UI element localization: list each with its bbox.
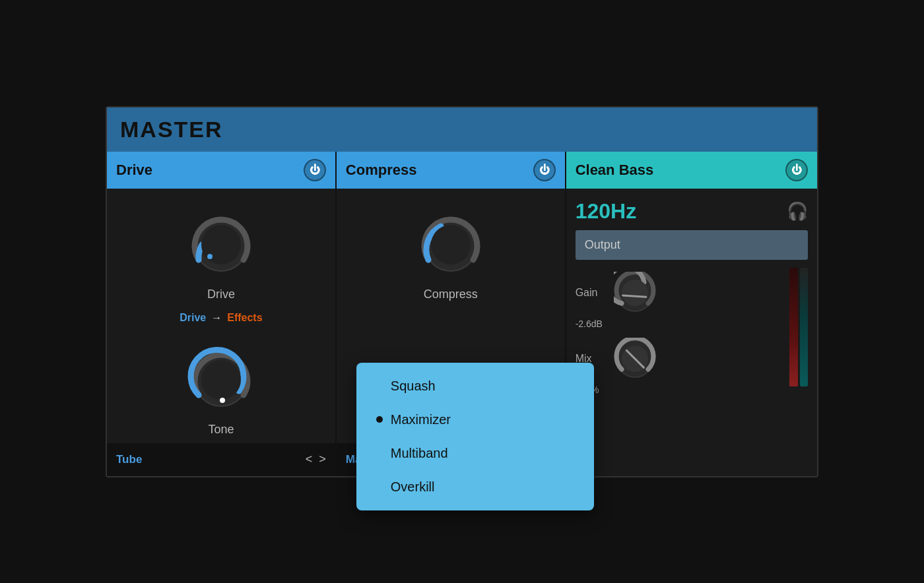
clean-bass-power-button[interactable]: ⏻ <box>785 159 808 181</box>
svg-point-9 <box>622 280 648 306</box>
gain-knob[interactable] <box>614 272 656 314</box>
drive-knob-label: Drive <box>207 288 235 301</box>
drive-effects-row: Drive → Effects <box>107 308 335 337</box>
tone-knob-area: Tone <box>107 337 335 443</box>
drive-title: Drive <box>116 162 152 179</box>
drive-knob[interactable] <box>185 208 257 281</box>
drive-footer-label: Tube <box>116 453 142 466</box>
svg-point-7 <box>431 225 471 264</box>
gain-row: Gain <box>576 268 781 318</box>
clean-bass-panel: Clean Bass ⏻ 120Hz 🎧 Output <box>566 152 817 476</box>
dropdown-item-overkill[interactable]: Overkill <box>356 470 594 504</box>
drive-nav-left[interactable]: < <box>306 452 313 466</box>
gain-value: -2.6dB <box>576 319 603 329</box>
tone-knob-label: Tone <box>208 423 234 437</box>
drive-arrow: → <box>211 312 222 324</box>
drive-nav-right[interactable]: > <box>319 452 326 466</box>
plugin-container: MASTER Drive ⏻ <box>106 106 818 477</box>
effects-link[interactable]: Effects <box>227 312 262 324</box>
squash-label: Squash <box>391 379 436 394</box>
headphone-icon[interactable]: 🎧 <box>787 201 808 222</box>
clean-bass-content: 120Hz 🎧 Output <box>566 189 817 406</box>
compress-knob[interactable] <box>414 208 487 281</box>
drive-power-button[interactable]: ⏻ <box>304 159 326 181</box>
multiband-label: Multiband <box>391 446 448 461</box>
vu-bar-2 <box>800 268 808 386</box>
compress-header: Compress ⏻ <box>337 152 565 189</box>
drive-link[interactable]: Drive <box>180 312 206 324</box>
mix-value-row: 100% <box>576 384 781 400</box>
clean-bass-title: Clean Bass <box>576 162 654 179</box>
dropdown-item-maximizer[interactable]: Maximizer <box>356 403 594 437</box>
compress-panel: Compress ⏻ <box>337 152 566 476</box>
drive-knob-area: Drive <box>107 189 335 308</box>
clean-bass-header: Clean Bass ⏻ <box>566 152 817 189</box>
compress-dropdown[interactable]: Squash Maximizer Multiband Overkill <box>356 363 594 510</box>
svg-point-5 <box>220 398 225 403</box>
maximizer-bullet <box>376 416 383 423</box>
freq-value: 120Hz <box>576 199 637 224</box>
compress-knob-label: Compress <box>424 288 478 301</box>
mix-knob[interactable] <box>614 338 656 380</box>
dropdown-item-multiband[interactable]: Multiband <box>356 437 594 470</box>
svg-point-2 <box>207 254 213 259</box>
master-header: MASTER <box>107 107 817 152</box>
compress-knob-area: Compress <box>337 189 565 308</box>
compress-title: Compress <box>346 162 417 179</box>
output-label: Output <box>585 238 620 251</box>
drive-header: Drive ⏻ <box>107 152 335 189</box>
clean-bass-power-icon: ⏻ <box>791 165 802 175</box>
svg-point-1 <box>201 225 241 264</box>
overkill-label: Overkill <box>391 479 435 495</box>
gain-mix-section: Gain -2.6dB Mix <box>576 268 808 400</box>
drive-footer: Tube < > <box>107 443 335 476</box>
compress-power-button[interactable]: ⏻ <box>533 159 556 181</box>
gain-value-row: -2.6dB <box>576 318 781 334</box>
drive-power-icon: ⏻ <box>310 165 320 175</box>
master-title: MASTER <box>120 117 223 142</box>
maximizer-label: Maximizer <box>391 412 451 427</box>
drive-panel: Drive ⏻ <box>107 152 337 476</box>
drive-nav-arrows: < > <box>306 452 326 466</box>
mix-row: Mix <box>576 334 781 384</box>
compress-power-icon: ⏻ <box>539 165 550 175</box>
dropdown-item-squash[interactable]: Squash <box>356 369 594 403</box>
tone-knob[interactable] <box>185 344 257 416</box>
vu-bar-1 <box>789 268 798 386</box>
gain-label: Gain <box>576 287 609 299</box>
output-bar: Output <box>576 230 808 260</box>
panels-row: Drive ⏻ <box>107 152 817 476</box>
vu-meter <box>789 268 808 386</box>
svg-point-4 <box>201 360 241 400</box>
freq-row: 120Hz 🎧 <box>576 195 808 226</box>
